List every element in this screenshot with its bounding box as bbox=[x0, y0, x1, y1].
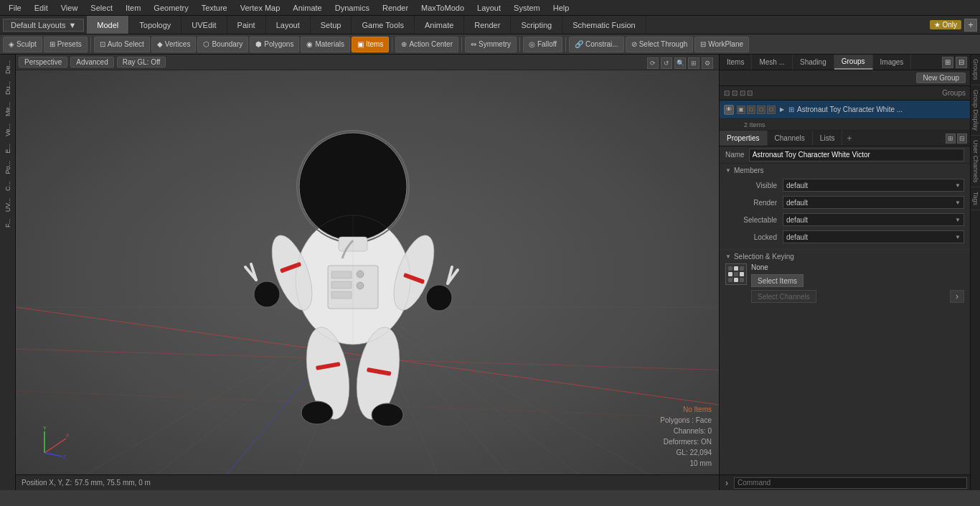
left-panel-item-me[interactable]: Me... bbox=[3, 99, 13, 119]
vp-icon-rotate[interactable]: ⟳ bbox=[647, 57, 659, 69]
items-button[interactable]: ▣ Items bbox=[352, 37, 389, 52]
left-panel-item-ve[interactable]: Ve... bbox=[3, 121, 13, 139]
selectable-select[interactable]: default ▼ bbox=[783, 213, 964, 226]
boundary-button[interactable]: ⬡ Boundary bbox=[197, 37, 248, 52]
menu-render[interactable]: Render bbox=[377, 2, 414, 14]
falloff-button[interactable]: ◎ Falloff bbox=[523, 37, 562, 52]
left-panel-item-c[interactable]: C... bbox=[3, 178, 13, 194]
menu-maxtomodo[interactable]: MaxToModo bbox=[415, 2, 470, 14]
select-items-button[interactable]: Select Items bbox=[751, 274, 804, 287]
group-btn-4[interactable]: □ bbox=[767, 106, 776, 114]
sel-keying-arrow-button[interactable]: › bbox=[950, 290, 964, 303]
far-right-tab-user-channels[interactable]: User Channels bbox=[971, 136, 981, 188]
visible-select[interactable]: default ▼ bbox=[783, 179, 964, 192]
members-toggle[interactable]: ▼ bbox=[725, 167, 731, 174]
svg-point-19 bbox=[254, 281, 280, 307]
props-tabs-right: ⊞ ⊟ bbox=[946, 133, 970, 144]
props-restore-button[interactable]: ⊟ bbox=[957, 133, 967, 144]
constraints-button[interactable]: 🔗 Constrai... bbox=[569, 37, 624, 52]
menu-animate[interactable]: Animate bbox=[287, 2, 327, 14]
layout-tab-model[interactable]: Model bbox=[87, 16, 129, 34]
left-panel-item-e[interactable]: E... bbox=[3, 141, 13, 156]
props-tab-channels[interactable]: Channels bbox=[768, 131, 813, 146]
expand-panel-button[interactable]: ⊞ bbox=[942, 57, 953, 68]
symmetry-button[interactable]: ⇔ Symmetry bbox=[465, 37, 517, 52]
left-panel-item-f[interactable]: F... bbox=[3, 216, 13, 230]
group-expand-icon[interactable]: ▶ bbox=[780, 106, 784, 113]
add-layout-button[interactable]: + bbox=[964, 19, 977, 32]
layout-tab-paint[interactable]: Paint bbox=[227, 16, 266, 34]
right-tab-groups[interactable]: Groups bbox=[834, 55, 873, 70]
group-folder-icon: ⊞ bbox=[788, 106, 794, 113]
menu-system[interactable]: System bbox=[508, 2, 546, 14]
menu-select[interactable]: Select bbox=[85, 2, 118, 14]
select-through-button[interactable]: ⊘ Select Through bbox=[626, 37, 694, 52]
menu-help[interactable]: Help bbox=[547, 2, 575, 14]
group-btn-1[interactable]: ▣ bbox=[737, 106, 745, 114]
layout-tab-animate[interactable]: Animate bbox=[415, 16, 464, 34]
sculpt-button[interactable]: ◈ Sculpt bbox=[3, 37, 42, 52]
command-input[interactable] bbox=[734, 477, 967, 489]
menu-item[interactable]: Item bbox=[120, 2, 146, 14]
name-input[interactable] bbox=[749, 149, 964, 161]
far-right-tab-group-display[interactable]: Group Display bbox=[971, 85, 981, 136]
viewport-raygl-button[interactable]: Ray GL: Off bbox=[117, 57, 166, 67]
layout-tab-scripting[interactable]: Scripting bbox=[511, 16, 562, 34]
vp-icon-reset[interactable]: ↺ bbox=[661, 57, 672, 69]
layout-tab-topology[interactable]: Topology bbox=[129, 16, 182, 34]
viewport-advanced-button[interactable]: Advanced bbox=[70, 57, 113, 67]
menu-dynamics[interactable]: Dynamics bbox=[329, 2, 375, 14]
layout-tab-setup[interactable]: Setup bbox=[311, 16, 352, 34]
menu-layout[interactable]: Layout bbox=[471, 2, 507, 14]
right-tab-images[interactable]: Images bbox=[873, 55, 912, 70]
right-tab-mesh[interactable]: Mesh ... bbox=[752, 55, 793, 70]
group-btn-2[interactable]: □ bbox=[747, 106, 755, 114]
presets-button[interactable]: ⊞ Presets bbox=[44, 37, 88, 52]
group-row[interactable]: 👁 ▣ □ □ □ ▶ ⊞ Astronaut Toy Character Wh… bbox=[720, 100, 970, 119]
layout-tab-uvedit[interactable]: UVEdit bbox=[182, 16, 227, 34]
new-group-button[interactable]: New Group bbox=[916, 72, 966, 83]
sel-keying-toggle[interactable]: ▼ bbox=[725, 253, 731, 260]
workplane-button[interactable]: ⊟ WorkPlane bbox=[694, 37, 749, 52]
left-panel-item-du[interactable]: Du... bbox=[3, 78, 13, 98]
left-panel-item-de[interactable]: De... bbox=[3, 57, 13, 77]
layout-tab-schematic[interactable]: Schematic Fusion bbox=[562, 16, 646, 34]
layout-tab-layout[interactable]: Layout bbox=[266, 16, 311, 34]
props-tab-properties[interactable]: Properties bbox=[720, 131, 768, 146]
left-panel-item-uv[interactable]: UV... bbox=[3, 195, 13, 215]
far-right-tab-tags[interactable]: Tags bbox=[971, 187, 981, 210]
right-tab-items[interactable]: Items bbox=[720, 55, 752, 70]
layout-tab-gametools[interactable]: Game Tools bbox=[352, 16, 415, 34]
render-select[interactable]: default ▼ bbox=[783, 196, 964, 209]
action-center-button[interactable]: ⊕ Action Center bbox=[395, 37, 458, 52]
menu-file[interactable]: File bbox=[3, 2, 27, 14]
add-props-tab-button[interactable]: + bbox=[842, 132, 856, 145]
group-visibility-icon[interactable]: 👁 bbox=[724, 105, 734, 115]
vertices-button[interactable]: ◆ Vertices bbox=[151, 37, 197, 52]
left-panel-item-po[interactable]: Po... bbox=[3, 158, 13, 177]
layout-tab-render[interactable]: Render bbox=[464, 16, 511, 34]
viewport[interactable]: No Items Polygons : Face Channels: 0 Def… bbox=[16, 70, 719, 474]
menu-vertex-map[interactable]: Vertex Map bbox=[235, 2, 286, 14]
vp-icon-settings[interactable]: ⚙ bbox=[702, 57, 713, 69]
vp-icon-frame[interactable]: ⊞ bbox=[688, 57, 699, 69]
right-tab-shading[interactable]: Shading bbox=[793, 55, 834, 70]
restore-panel-button[interactable]: ⊟ bbox=[956, 57, 967, 68]
polygons-button[interactable]: ⬢ Polygons bbox=[250, 37, 299, 52]
layout-dropdown[interactable]: Default Layouts ▼ bbox=[3, 19, 84, 32]
menu-view[interactable]: View bbox=[55, 2, 84, 14]
menu-geometry[interactable]: Geometry bbox=[148, 2, 194, 14]
locked-select[interactable]: default ▼ bbox=[783, 230, 964, 243]
viewport-mode-button[interactable]: Perspective bbox=[19, 57, 67, 67]
far-right-tab-groups[interactable]: Groups bbox=[971, 55, 981, 85]
select-channels-button[interactable]: Select Channels bbox=[751, 290, 816, 303]
props-expand-button[interactable]: ⊞ bbox=[946, 133, 956, 144]
tool-separator-5 bbox=[565, 37, 566, 52]
vp-icon-zoom[interactable]: 🔍 bbox=[674, 57, 686, 69]
menu-texture[interactable]: Texture bbox=[196, 2, 233, 14]
group-btn-3[interactable]: □ bbox=[757, 106, 765, 114]
props-tab-lists[interactable]: Lists bbox=[813, 131, 843, 146]
auto-select-button[interactable]: ⊡ Auto Select bbox=[94, 37, 150, 52]
menu-edit[interactable]: Edit bbox=[29, 2, 54, 14]
materials-button[interactable]: ◉ Materials bbox=[301, 37, 350, 52]
